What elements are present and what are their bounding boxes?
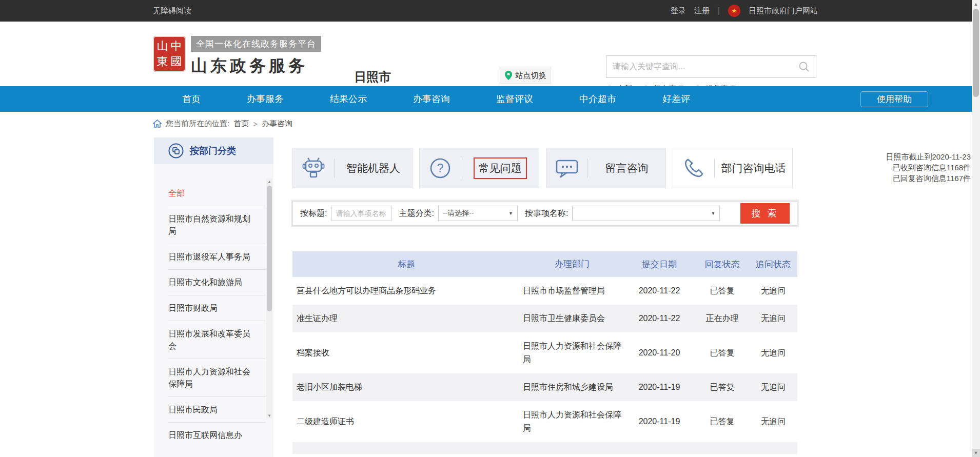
seal-char: 中	[169, 38, 183, 54]
tab-smart-robot[interactable]: 智能机器人	[292, 148, 413, 188]
sidebar-item-natural-resources[interactable]: 日照市自然资源和规划局	[154, 206, 273, 244]
cell-title[interactable]: 莒县什么地方可以办理商品条形码业务	[292, 286, 521, 296]
cell-reply-status: 已答复	[695, 286, 749, 296]
sidebar-scrollbar[interactable]: ▲ ▼	[266, 178, 272, 419]
main-navbar: 首页 办事服务 结果公示 办事咨询 监督评议 中介超市 好差评 使用帮助	[0, 86, 972, 112]
sidebar-item-human-resources[interactable]: 日照市人力资源和社会保障局	[154, 359, 273, 397]
portal-link[interactable]: 日照市政府门户网站	[749, 6, 818, 16]
robot-icon	[293, 157, 334, 180]
scroll-down-icon[interactable]: ▼	[972, 449, 980, 457]
cell-title[interactable]: 准生证办理	[292, 313, 521, 324]
tab-label: 常见问题	[461, 157, 539, 179]
scroll-up-icon[interactable]: ▲	[972, 0, 980, 8]
site-switch-button[interactable]: 站点切换	[500, 67, 551, 84]
sidebar-item-finance[interactable]: 日照市财政局	[154, 295, 273, 321]
topbar-right: 登录 注册 | ★ 日照市政府门户网站	[671, 5, 818, 17]
table-row[interactable]: 准生证办理 日照市卫生健康委员会 2020-11-22 正在办理 无追问	[292, 305, 797, 332]
tab-phone-consult-label: 部门咨询电话	[721, 162, 786, 174]
sidebar-item-culture-tourism[interactable]: 日照市文化和旅游局	[154, 270, 273, 295]
nav-services[interactable]: 办事服务	[224, 86, 307, 112]
cell-date: 2020-11-19	[623, 383, 695, 392]
table-header-row: 标题 办理部门 提交日期 回复状态 追问状态	[292, 251, 797, 277]
filter-item-label: 按事项名称:	[525, 208, 568, 219]
sidebar-item-civil-affairs[interactable]: 日照市民政局	[154, 397, 273, 423]
table-row[interactable]: 档案接收 日照市人力资源和社会保障局 2020-11-20 已答复 无追问	[292, 332, 797, 373]
nav-results[interactable]: 结果公示	[307, 86, 390, 112]
breadcrumb-home[interactable]: 首页	[233, 119, 249, 129]
nav-supervision[interactable]: 监督评议	[473, 86, 556, 112]
sidebar-scrollbar-thumb[interactable]	[267, 186, 272, 311]
sidebar-item-all[interactable]: 全部	[154, 181, 273, 206]
seal-char: 山	[155, 38, 169, 54]
filter-title-input[interactable]	[331, 206, 391, 221]
cell-follow-status: 无追问	[749, 286, 797, 296]
nav-intermediary[interactable]: 中介超市	[556, 86, 639, 112]
tab-phone-consult[interactable]: 部门咨询电话	[673, 148, 793, 188]
search-icon[interactable]	[798, 61, 810, 72]
site-switch-label: 站点切换	[516, 71, 546, 81]
cell-reply-status: 已答复	[695, 348, 749, 359]
help-button[interactable]: 使用帮助	[860, 91, 928, 107]
register-link[interactable]: 注册	[694, 6, 710, 16]
sidebar-item-internet-info[interactable]: 日照市互联网信息办	[154, 423, 273, 448]
platform-badge: 全国一体化在线政务服务平台	[191, 36, 321, 52]
sidebar-list: 全部 日照市自然资源和规划局 日照市退役军人事务局 日照市文化和旅游局 日照市财…	[154, 164, 273, 448]
topbar: 无障碍阅读 登录 注册 | ★ 日照市政府门户网站	[0, 0, 972, 22]
table-row[interactable]: 老旧小区加装电梯 日照市住房和城乡建设局 2020-11-19 已答复 无追问	[292, 373, 797, 401]
tab-faq[interactable]: ? 常见问题	[419, 148, 539, 188]
department-sidebar: 按部门分类 全部 日照市自然资源和规划局 日照市退役军人事务局 日照市文化和旅游…	[154, 137, 273, 457]
scroll-down-icon[interactable]: ▼	[266, 412, 272, 419]
filter-search-button[interactable]: 搜 索	[740, 203, 790, 224]
consultation-table: 标题 办理部门 提交日期 回复状态 追问状态 莒县什么地方可以办理商品条形码业务…	[292, 251, 797, 454]
stats-line-date: 日照市截止到2020-11-23	[872, 151, 971, 162]
national-emblem-icon: ★	[728, 5, 740, 17]
table-row[interactable]: 二级建造师证书 日照市人力资源和社会保障局 2020-11-19 已答复 无追问	[292, 401, 797, 442]
stats-line-replied: 已回复咨询信息1167件	[872, 173, 971, 184]
consultation-stats: 日照市截止到2020-11-23 已收到咨询信息1168件 已回复咨询信息116…	[872, 151, 971, 184]
accessibility-link[interactable]: 无障碍阅读	[153, 6, 191, 16]
tab-label: 留言咨询	[588, 161, 665, 175]
page-scrollbar-thumb[interactable]	[973, 9, 979, 97]
filter-category-label: 主题分类:	[399, 208, 434, 219]
cell-date: 2020-11-20	[623, 348, 695, 357]
col-header-reply-status: 回复状态	[695, 259, 749, 270]
sidebar-item-veterans[interactable]: 日照市退役军人事务局	[154, 244, 273, 270]
sidebar-header: 按部门分类	[154, 137, 273, 164]
phone-icon	[673, 157, 714, 179]
filter-item-select[interactable]: ▼	[572, 206, 720, 221]
cell-reply-status: 正在办理	[695, 313, 749, 324]
filter-category-value: --请选择--	[443, 209, 474, 218]
nav-home[interactable]: 首页	[159, 86, 224, 112]
tab-faq-label: 常见问题	[474, 157, 527, 179]
site-logo[interactable]: 山 中 東 國 全国一体化在线政务服务平台 山东政务服务	[153, 36, 321, 77]
table-row[interactable]: 莒县什么地方可以办理商品条形码业务 日照市市场监督管理局 2020-11-22 …	[292, 277, 797, 305]
breadcrumb-current[interactable]: 办事咨询	[262, 119, 292, 129]
city-name: 日照市	[354, 69, 391, 85]
cell-reply-status: 已答复	[695, 382, 749, 393]
chevron-down-icon: ▼	[508, 211, 513, 216]
home-icon	[153, 120, 162, 128]
sidebar-item-development-reform[interactable]: 日照市发展和改革委员会	[154, 321, 273, 359]
cell-title[interactable]: 老旧小区加装电梯	[292, 382, 521, 393]
nav-consultation[interactable]: 办事咨询	[390, 86, 473, 112]
search-input[interactable]	[613, 62, 798, 71]
svg-text:?: ?	[437, 162, 444, 175]
tab-smart-robot-label: 智能机器人	[346, 162, 400, 174]
cell-reply-status: 已答复	[695, 416, 749, 427]
page-scrollbar[interactable]: ▲ ▼	[972, 0, 980, 457]
tab-message-consult[interactable]: 留言咨询	[546, 148, 666, 188]
consultation-tabs: 智能机器人 ? 常见问题 留言咨询	[292, 148, 793, 188]
cell-title[interactable]: 二级建造师证书	[292, 416, 521, 427]
nav-rating[interactable]: 好差评	[639, 86, 713, 112]
table-row-partial	[292, 442, 797, 454]
cell-title[interactable]: 档案接收	[292, 348, 521, 359]
nav-items: 首页 办事服务 结果公示 办事咨询 监督评议 中介超市 好差评	[159, 86, 713, 112]
logo-text: 全国一体化在线政务服务平台 山东政务服务	[191, 36, 321, 77]
login-link[interactable]: 登录	[671, 6, 686, 16]
stats-line-received: 已收到咨询信息1168件	[872, 162, 971, 173]
cell-department: 日照市卫生健康委员会	[521, 305, 623, 332]
tab-label: 部门咨询电话	[715, 161, 792, 175]
question-icon: ?	[420, 157, 461, 179]
scroll-up-icon[interactable]: ▲	[266, 178, 272, 185]
filter-category-select[interactable]: --请选择-- ▼	[438, 206, 518, 221]
